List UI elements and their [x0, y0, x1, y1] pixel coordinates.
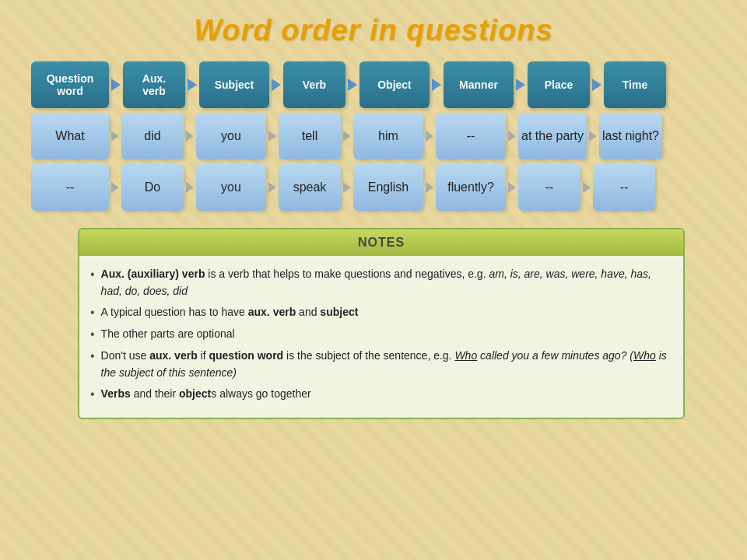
- arrow-icon: [514, 78, 528, 92]
- arrow-icon: [506, 181, 518, 194]
- row1-object: him: [353, 113, 423, 159]
- header-time: Time: [604, 61, 666, 108]
- arrow-icon: [506, 130, 518, 142]
- row1-manner: --: [436, 113, 506, 159]
- arrow-icon: [580, 181, 593, 194]
- arrow-icon: [341, 181, 353, 194]
- arrow-icon: [184, 181, 196, 194]
- data-row-1: What did you tell him --: [31, 113, 716, 159]
- header-manner: Manner: [444, 61, 514, 108]
- arrow-icon: [109, 181, 121, 194]
- note-item-3: The other parts are optional: [90, 325, 668, 344]
- note-item-5: Verbs and their objects always go togeth…: [90, 385, 668, 404]
- arrow-icon: [341, 130, 353, 142]
- row1-time: last night?: [599, 113, 662, 159]
- arrow-icon: [345, 78, 359, 92]
- header-object: Object: [359, 61, 430, 108]
- row2-time: --: [593, 164, 655, 211]
- row1-question: What: [31, 113, 109, 159]
- arrow-icon: [430, 78, 444, 92]
- header-subject: Subject: [199, 61, 269, 108]
- row1-place: at the party: [518, 113, 587, 159]
- row1-subject: you: [196, 113, 266, 159]
- row1-verb: tell: [279, 113, 341, 159]
- note-item-2: A typical question has to have aux. verb…: [90, 303, 668, 322]
- row2-aux: Do: [121, 164, 184, 211]
- notes-body: Aux. (auxiliary) verb is a verb that hel…: [79, 256, 683, 418]
- arrow-icon: [109, 130, 121, 142]
- page-title: Word order in questions: [31, 14, 716, 47]
- row2-question: --: [31, 164, 109, 211]
- arrow-icon: [185, 78, 199, 92]
- row2-verb: speak: [279, 164, 341, 211]
- arrow-icon: [266, 130, 279, 142]
- arrow-icon: [269, 78, 283, 92]
- row2-manner: fluently?: [436, 164, 506, 211]
- arrow-icon: [109, 78, 123, 92]
- arrow-icon: [587, 130, 599, 142]
- arrow-icon: [423, 130, 436, 142]
- row1-aux: did: [121, 113, 184, 159]
- row2-place: --: [518, 164, 580, 211]
- row2-subject: you: [196, 164, 266, 211]
- header-aux: Aux.verb: [123, 61, 185, 108]
- arrow-icon: [590, 78, 604, 92]
- notes-section: NOTES Aux. (auxiliary) verb is a verb th…: [78, 228, 685, 419]
- header-verb: Verb: [283, 61, 345, 108]
- note-item-1: Aux. (auxiliary) verb is a verb that hel…: [90, 265, 668, 300]
- arrow-icon: [184, 130, 196, 142]
- note-item-4: Don't use aux. verb if question word is …: [90, 347, 668, 382]
- row2-object: English: [353, 164, 423, 211]
- header-question: Questionword: [31, 61, 109, 108]
- header-row: Questionword Aux.verb Subject Verb Objec…: [31, 61, 716, 108]
- arrow-icon: [266, 181, 279, 194]
- notes-header: NOTES: [79, 229, 683, 256]
- arrow-icon: [423, 181, 436, 194]
- header-place: Place: [528, 61, 590, 108]
- data-row-2: -- Do you speak English fluently?: [31, 164, 716, 211]
